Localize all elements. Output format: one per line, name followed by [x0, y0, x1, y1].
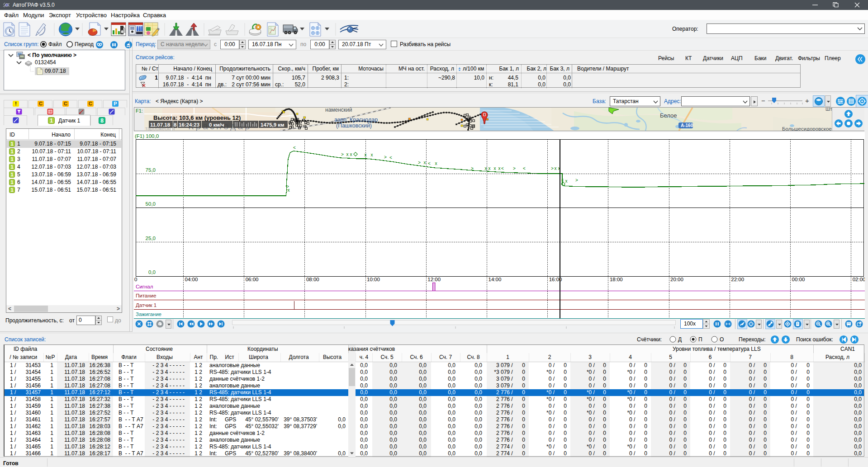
svg-text:наменский: наменский	[325, 108, 352, 113]
svg-text:x: x	[489, 166, 491, 171]
svg-text:Большесидоровское: Большесидоровское	[782, 126, 832, 131]
svg-text:<: <	[523, 166, 526, 171]
svg-text:x: x	[498, 166, 501, 171]
svg-text:50,0: 50,0	[146, 201, 156, 207]
svg-text:<: <	[389, 155, 392, 160]
svg-text:Сигнал: Сигнал	[136, 284, 153, 289]
svg-text:аэрп. Краснодар: аэрп. Краснодар	[334, 117, 378, 123]
svg-text:>: >	[341, 152, 344, 157]
svg-text:x: x	[555, 166, 557, 171]
svg-text:22:00: 22:00	[731, 277, 744, 282]
svg-text:25,0: 25,0	[146, 236, 156, 241]
svg-text:>: >	[471, 166, 474, 171]
svg-text:14:00: 14:00	[489, 277, 502, 282]
svg-text:<: <	[428, 161, 431, 166]
svg-text:10:00: 10:00	[367, 277, 380, 282]
svg-text:Штурби: Штурби	[825, 108, 832, 112]
svg-text:20:00: 20:00	[670, 277, 683, 282]
svg-text:02:00: 02:00	[853, 277, 865, 282]
svg-text:08:00: 08:00	[306, 277, 319, 282]
svg-text:(F1) 100,0: (F1) 100,0	[135, 133, 159, 139]
svg-text:Датчик 1: Датчик 1	[136, 302, 157, 308]
svg-text:x: x	[435, 161, 437, 166]
svg-text:x: x	[424, 160, 426, 165]
svg-text:>: >	[418, 160, 421, 165]
svg-text:x: x	[565, 179, 568, 184]
svg-text:<: <	[501, 166, 504, 171]
svg-text:x: x	[485, 166, 487, 171]
svg-text:0 км/ч: 0 км/ч	[209, 122, 224, 127]
svg-text:(Пашковский): (Пашковский)	[336, 123, 372, 129]
svg-text:>: >	[384, 155, 387, 160]
svg-text:x: x	[494, 166, 496, 171]
svg-text:75,0: 75,0	[146, 167, 156, 173]
svg-text:1475,9 км: 1475,9 км	[261, 122, 285, 127]
svg-text:Питание: Питание	[136, 293, 156, 298]
svg-text:Зажигание: Зажигание	[136, 311, 161, 317]
svg-text:x: x	[371, 152, 373, 157]
svg-text:А-160: А-160	[681, 123, 693, 128]
svg-text:x: x	[346, 152, 349, 157]
svg-text:00:00: 00:00	[792, 277, 805, 282]
svg-text:16:24:23: 16:24:23	[179, 122, 199, 127]
svg-text:Высота: 103,6 км (уровень 12): Высота: 103,6 км (уровень 12)	[153, 114, 241, 121]
svg-text:>: >	[551, 166, 554, 171]
svg-text:x: x	[350, 152, 352, 157]
svg-text:12:00: 12:00	[427, 277, 441, 282]
svg-text:04:00: 04:00	[185, 277, 198, 282]
svg-text:>: >	[575, 178, 578, 183]
svg-text:18:00: 18:00	[610, 277, 623, 282]
svg-text:x: x	[365, 152, 367, 157]
svg-text:>: >	[513, 166, 516, 171]
svg-text:11.07.18: 11.07.18	[150, 122, 171, 127]
svg-text:0,0: 0,0	[148, 269, 156, 275]
svg-text:06:00: 06:00	[246, 277, 259, 282]
svg-text:0: 0	[134, 277, 137, 282]
svg-text:x: x	[288, 188, 290, 193]
svg-text:<: <	[561, 178, 564, 183]
svg-text:8: 8	[174, 122, 177, 127]
svg-text:<: <	[293, 145, 296, 150]
svg-text:Белое: Белое	[660, 112, 677, 119]
